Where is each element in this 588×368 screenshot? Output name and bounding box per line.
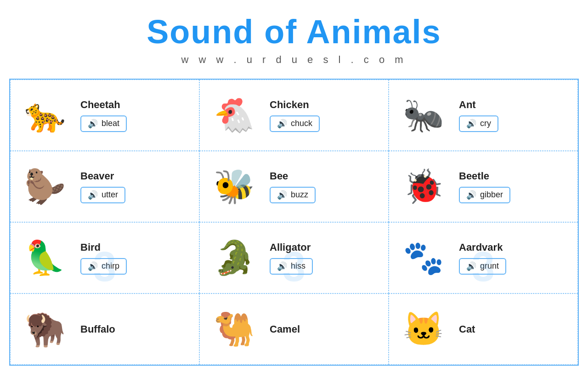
animal-image-camel: 🐫 <box>204 304 264 355</box>
animal-cell-buffalo: 🦬Buffalo <box>10 293 199 365</box>
sound-icon-bird: 🔊 <box>88 261 98 271</box>
sound-badge-aardvark[interactable]: 🔊grunt <box>459 258 506 275</box>
sound-icon-ant: 🔊 <box>466 119 476 129</box>
animal-info-ant: Ant🔊cry <box>459 99 571 132</box>
animal-image-buffalo: 🦬 <box>15 304 75 355</box>
animal-emoji-cat: 🐱 <box>398 304 449 355</box>
animal-image-bee: 🐝 <box>204 161 264 212</box>
animal-cell-aardvark: 🐾Aardvark🔊grunt3 <box>389 222 578 293</box>
animal-name-cat: Cat <box>459 323 571 335</box>
sound-badge-beetle[interactable]: 🔊gibber <box>459 187 510 203</box>
animal-name-bee: Bee <box>270 170 382 182</box>
animal-cell-beaver: 🦫Beaver🔊utter <box>10 151 199 222</box>
sound-badge-chicken[interactable]: 🔊chuck <box>270 115 320 132</box>
animal-info-alligator: Alligator🔊hiss <box>270 242 382 275</box>
animal-info-camel: Camel <box>270 323 382 335</box>
sound-text-alligator: hiss <box>291 261 305 271</box>
animal-emoji-cheetah: 🐆 <box>20 90 70 141</box>
animal-info-beetle: Beetle🔊gibber <box>459 170 571 203</box>
animal-name-alligator: Alligator <box>270 242 382 253</box>
sound-icon-chicken: 🔊 <box>277 119 287 129</box>
animal-image-bird: 🦜 <box>15 233 75 283</box>
animal-cell-bird: 🦜Bird🔊chirp3 <box>10 222 199 293</box>
sound-icon-beaver: 🔊 <box>88 190 98 200</box>
sound-text-beetle: gibber <box>480 190 503 200</box>
animal-emoji-aardvark: 🐾 <box>398 233 449 283</box>
animal-emoji-bee: 🐝 <box>209 161 260 212</box>
animal-info-chicken: Chicken🔊chuck <box>270 99 382 132</box>
animal-cell-bee: 🐝Bee🔊buzz <box>199 151 389 222</box>
animal-info-aardvark: Aardvark🔊grunt <box>459 242 571 275</box>
animal-info-cat: Cat <box>459 323 571 335</box>
animal-name-aardvark: Aardvark <box>459 242 571 253</box>
sound-icon-alligator: 🔊 <box>277 261 287 271</box>
page-header: Sound of Animals w w w . u r d u e s l .… <box>0 0 588 70</box>
animal-image-chicken: 🐔 <box>204 90 264 141</box>
animal-cell-camel: 🐫Camel <box>199 293 389 365</box>
animal-image-cheetah: 🐆 <box>15 90 75 141</box>
sound-icon-cheetah: 🔊 <box>88 119 98 129</box>
animal-name-bird: Bird <box>80 242 192 253</box>
sound-badge-alligator[interactable]: 🔊hiss <box>270 258 313 275</box>
animal-name-beetle: Beetle <box>459 170 571 182</box>
animal-name-camel: Camel <box>270 323 382 335</box>
animal-emoji-camel: 🐫 <box>209 304 260 355</box>
sound-text-beaver: utter <box>102 190 118 200</box>
sound-badge-bird[interactable]: 🔊chirp <box>80 258 127 275</box>
animal-cell-cat: 🐱Cat <box>389 293 578 365</box>
animal-info-bird: Bird🔊chirp <box>80 242 192 275</box>
sound-text-bird: chirp <box>102 261 119 271</box>
sound-text-chicken: chuck <box>291 119 312 128</box>
animal-cell-ant: 🐜Ant🔊cry <box>389 80 578 151</box>
sound-badge-bee[interactable]: 🔊buzz <box>270 187 316 203</box>
animal-name-cheetah: Cheetah <box>80 99 192 111</box>
animal-image-beetle: 🐞 <box>394 161 453 212</box>
animal-cell-chicken: 🐔Chicken🔊chuck <box>199 80 389 151</box>
animal-name-beaver: Beaver <box>80 170 192 182</box>
sound-badge-cheetah[interactable]: 🔊bleat <box>80 115 127 132</box>
animal-emoji-beetle: 🐞 <box>398 161 449 212</box>
animal-cell-cheetah: 🐆Cheetah🔊bleat <box>10 80 199 151</box>
animal-cell-beetle: 🐞Beetle🔊gibber <box>389 151 578 222</box>
animals-grid: 🐆Cheetah🔊bleat🐔Chicken🔊chuck🐜Ant🔊cry🦫Bea… <box>9 79 579 366</box>
main-title: Sound of Animals <box>0 14 588 50</box>
animal-info-bee: Bee🔊buzz <box>270 170 382 203</box>
animal-emoji-alligator: 🐊 <box>209 233 260 283</box>
animal-image-cat: 🐱 <box>394 304 453 355</box>
animal-emoji-ant: 🐜 <box>398 90 449 141</box>
sound-text-aardvark: grunt <box>480 261 499 271</box>
website-subtitle: w w w . u r d u e s l . c o m <box>0 54 588 66</box>
animal-emoji-beaver: 🦫 <box>20 161 70 212</box>
animal-image-aardvark: 🐾 <box>394 233 453 283</box>
sound-icon-beetle: 🔊 <box>466 190 476 200</box>
sound-text-cheetah: bleat <box>102 119 119 128</box>
animal-emoji-chicken: 🐔 <box>209 90 260 141</box>
sound-text-bee: buzz <box>291 190 308 200</box>
animal-image-ant: 🐜 <box>394 90 453 141</box>
animal-info-beaver: Beaver🔊utter <box>80 170 192 203</box>
animal-cell-alligator: 🐊Alligator🔊hiss3 <box>199 222 389 293</box>
animal-info-cheetah: Cheetah🔊bleat <box>80 99 192 132</box>
sound-icon-bee: 🔊 <box>277 190 287 200</box>
sound-text-ant: cry <box>480 119 491 128</box>
animal-info-buffalo: Buffalo <box>80 323 192 335</box>
animal-name-buffalo: Buffalo <box>80 323 192 335</box>
sound-badge-ant[interactable]: 🔊cry <box>459 115 498 132</box>
animal-name-chicken: Chicken <box>270 99 382 111</box>
animal-emoji-bird: 🦜 <box>20 233 70 283</box>
sound-badge-beaver[interactable]: 🔊utter <box>80 187 125 203</box>
animal-image-beaver: 🦫 <box>15 161 75 212</box>
animal-image-alligator: 🐊 <box>204 233 264 283</box>
animal-name-ant: Ant <box>459 99 571 111</box>
animal-emoji-buffalo: 🦬 <box>20 304 70 355</box>
sound-icon-aardvark: 🔊 <box>466 261 476 271</box>
